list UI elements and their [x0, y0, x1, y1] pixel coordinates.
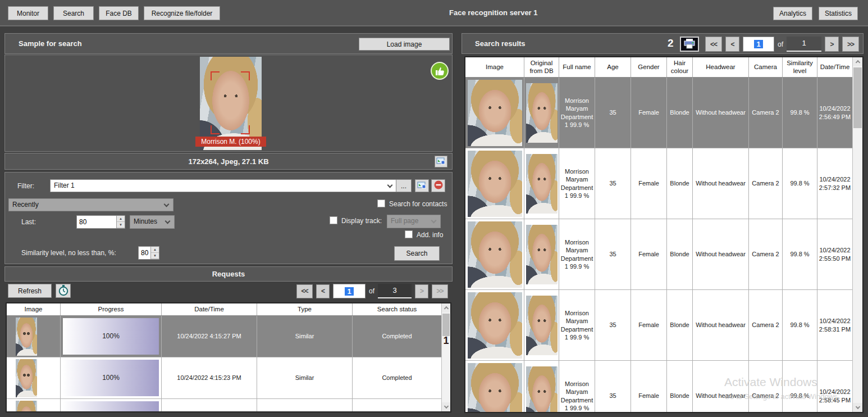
result-row[interactable]: Morrison Maryam Department 1 99.9 % 35 F…	[465, 290, 852, 361]
face-db-button[interactable]: Face DB	[99, 6, 139, 20]
column-header[interactable]: Camera	[749, 57, 783, 77]
current-page-input[interactable]: 1	[333, 284, 366, 298]
monitor-button[interactable]: Monitor	[8, 6, 48, 20]
request-row[interactable]	[7, 399, 441, 413]
result-age: 35	[595, 361, 631, 413]
print-icon[interactable]	[680, 37, 699, 52]
request-thumbnail	[16, 359, 37, 397]
request-row[interactable]: 100% 10/24/2022 4:15:23 PM Similar Compl…	[7, 357, 441, 399]
column-header[interactable]: Gender	[631, 57, 667, 77]
similarity-input[interactable]	[139, 247, 150, 259]
first-page-button[interactable]: <<	[705, 37, 722, 52]
total-pages-field[interactable]: 3	[378, 284, 412, 298]
column-header[interactable]: Full name	[559, 57, 595, 77]
filter-label: Filter:	[17, 182, 34, 190]
column-header[interactable]: Age	[595, 57, 631, 77]
column-header[interactable]: Type	[257, 303, 353, 315]
result-row[interactable]: Morrison Maryam Department 1 99.9 % 35 F…	[465, 78, 852, 148]
search-results-title: Search results	[475, 39, 526, 48]
last-value-spinner[interactable]: ▲▼	[76, 215, 125, 229]
scrollbar-thumb[interactable]	[853, 67, 862, 128]
column-header[interactable]: Image	[465, 57, 524, 77]
column-header[interactable]: Hair colour	[667, 57, 693, 77]
result-age: 35	[595, 148, 631, 219]
column-header[interactable]: Similarity level	[783, 57, 817, 77]
column-header[interactable]: Progress	[61, 303, 162, 315]
column-header[interactable]: Original from DB	[524, 57, 559, 77]
total-pages-field[interactable]: 1	[787, 37, 821, 52]
result-full-name: Morrison Maryam Department 1 99.9 %	[559, 78, 595, 148]
scroll-up-icon[interactable]	[853, 57, 862, 66]
search-tab-button[interactable]: Search	[53, 6, 94, 20]
add-info-label: Add. info	[417, 231, 443, 239]
save-filter-icon[interactable]	[415, 179, 429, 192]
result-full-name: Morrison Maryam Department 1 99.9 %	[559, 290, 595, 360]
display-track-label: Display track:	[341, 217, 382, 225]
search-button[interactable]: Search	[394, 246, 440, 261]
column-header[interactable]: Search status	[353, 303, 441, 315]
requests-scrollbar[interactable]: 1	[441, 303, 450, 411]
image-info-bar: 172x264, Jpeg, 27.1 KB	[4, 153, 453, 170]
analytics-button[interactable]: Analytics	[773, 7, 812, 20]
column-header[interactable]: Image	[7, 303, 61, 315]
scroll-up-icon[interactable]	[442, 303, 450, 312]
load-image-button[interactable]: Load image	[359, 38, 450, 51]
last-page-button[interactable]: >>	[432, 284, 448, 298]
result-capture-image	[468, 80, 522, 146]
spin-up-icon[interactable]: ▲	[151, 247, 159, 253]
period-combobox[interactable]: Recently	[8, 198, 173, 211]
column-header[interactable]: Headwear	[693, 57, 749, 77]
scroll-down-icon[interactable]	[853, 403, 862, 412]
requests-header: Requests	[4, 266, 453, 282]
result-headwear: Without headwear	[693, 219, 749, 289]
request-type: Similar	[257, 316, 353, 357]
search-for-contacts-checkbox[interactable]	[377, 200, 385, 207]
results-scrollbar[interactable]	[852, 57, 862, 412]
search-results-table: Image Original from DB Full name Age Gen…	[464, 56, 864, 413]
next-page-button[interactable]: >	[825, 37, 839, 52]
column-header[interactable]: Date/Time	[817, 57, 852, 77]
auto-refresh-timer-icon[interactable]	[56, 284, 71, 298]
page-marker: 1	[442, 335, 450, 347]
next-page-button[interactable]: >	[415, 284, 428, 298]
refresh-button[interactable]: Refresh	[8, 284, 52, 298]
result-camera: Camera 2	[749, 148, 783, 219]
scrollbar-thumb[interactable]	[442, 314, 450, 336]
prev-page-button[interactable]: <	[316, 284, 330, 298]
result-age: 35	[595, 219, 631, 289]
spin-up-icon[interactable]: ▲	[117, 216, 125, 222]
similarity-spinner[interactable]: ▲▼	[138, 246, 159, 260]
result-row[interactable]: Morrison Maryam Department 1 99.9 % 35 F…	[465, 148, 852, 219]
copy-image-icon[interactable]	[435, 156, 447, 167]
display-track-checkbox[interactable]	[330, 216, 337, 224]
result-datetime: 10/24/2022 2:58:45 PM	[817, 361, 852, 413]
sample-image-area: Morrison M. (100%)	[4, 55, 453, 152]
result-headwear: Without headwear	[693, 290, 749, 360]
result-capture-image	[468, 292, 522, 359]
request-row[interactable]: 100% 10/24/2022 4:15:27 PM Similar Compl…	[7, 316, 441, 357]
column-header[interactable]: Date/Time	[162, 303, 257, 315]
result-gender: Female	[631, 219, 667, 289]
chevron-down-icon	[165, 219, 171, 224]
prev-page-button[interactable]: <	[725, 37, 739, 52]
first-page-button[interactable]: <<	[296, 284, 313, 298]
statistics-button[interactable]: Statistics	[819, 7, 858, 20]
result-similarity: 99.8 %	[783, 290, 817, 360]
filter-more-button[interactable]: ...	[396, 179, 412, 192]
scroll-down-icon[interactable]	[442, 402, 450, 411]
last-page-button[interactable]: >>	[842, 37, 859, 52]
current-page-input[interactable]: 1	[743, 37, 774, 52]
result-camera: Camera 2	[749, 219, 783, 289]
recognize-file-folder-button[interactable]: Recognize file/folder	[144, 6, 220, 20]
spin-down-icon[interactable]: ▼	[151, 253, 159, 259]
filter-combobox[interactable]: Filter 1	[50, 179, 397, 192]
results-count: 2	[668, 37, 674, 49]
delete-filter-icon[interactable]	[431, 179, 445, 192]
time-unit-combobox[interactable]: Minutes	[130, 215, 175, 229]
result-row[interactable]: Morrison Maryam Department 1 99.9 % 35 F…	[465, 219, 852, 290]
result-full-name: Morrison Maryam Department 1 99.9 %	[559, 148, 595, 219]
result-row[interactable]: Morrison Maryam Department 1 99.9 % 35 F…	[465, 361, 852, 413]
add-info-checkbox[interactable]	[405, 230, 413, 238]
last-value-input[interactable]	[77, 216, 116, 228]
spin-down-icon[interactable]: ▼	[117, 222, 125, 228]
